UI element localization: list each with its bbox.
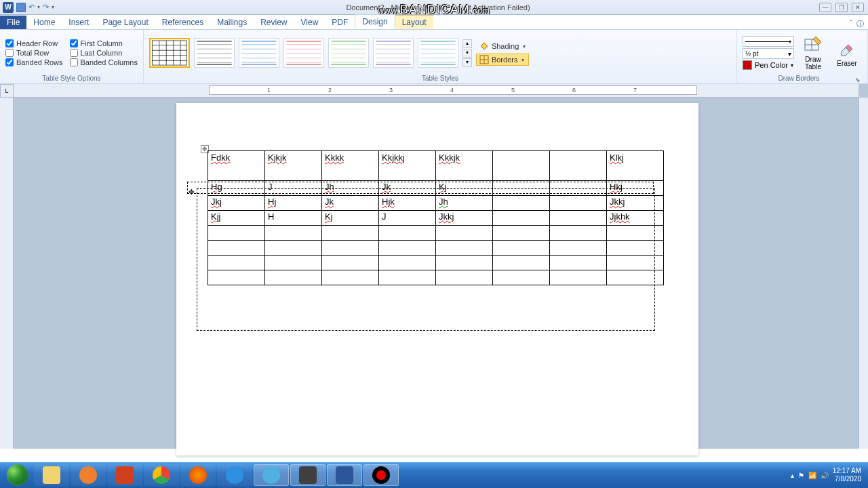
- task-bandicam[interactable]: [363, 464, 399, 486]
- undo-button[interactable]: ↶: [28, 3, 35, 12]
- help-button[interactable]: ⓘ: [856, 19, 864, 29]
- tab-review[interactable]: Review: [254, 16, 294, 29]
- gallery-scroll[interactable]: ▴▾▾: [462, 39, 472, 67]
- table-styles-gallery: ▴▾▾: [149, 38, 472, 68]
- tab-view[interactable]: View: [294, 16, 326, 29]
- table-row: [208, 226, 664, 241]
- table-style-2[interactable]: [194, 38, 235, 68]
- word-app-icon: W: [3, 2, 14, 13]
- check-first-column[interactable]: First Column: [70, 39, 138, 47]
- tab-selector[interactable]: L: [0, 84, 14, 98]
- tray-volume-icon[interactable]: 🔊: [821, 472, 829, 479]
- title-bar: W ↶ ▾ ↷ ▾ Document2 - Microsoft Word (Pr…: [0, 0, 868, 15]
- table-row: [208, 256, 664, 270]
- minimize-button[interactable]: —: [819, 3, 831, 12]
- move-cursor-icon: ✥: [189, 186, 194, 197]
- table-row: [208, 270, 664, 285]
- svg-rect-0: [152, 41, 186, 65]
- draw-borders-dialog-launcher[interactable]: ⬊: [855, 77, 862, 83]
- task-ie[interactable]: [217, 464, 252, 486]
- task-wmp[interactable]: [71, 464, 106, 486]
- tab-insert[interactable]: Insert: [62, 16, 96, 29]
- group-table-style-options: Header Row First Column Total Row Last C…: [0, 30, 144, 83]
- table-row: Fdkk Kjkjk Kkkk Kkjkkj Kkkjk Klkj: [208, 151, 664, 181]
- taskbar: ▴ ⚑ 📶 🔊 12:17 AM 7/8/2020: [0, 462, 868, 488]
- tab-table-layout[interactable]: Layout: [395, 15, 433, 29]
- task-chrome[interactable]: [144, 464, 179, 486]
- group-label-table-styles: Table Styles: [149, 73, 731, 83]
- bucket-icon: [479, 41, 489, 51]
- redo-button[interactable]: ↷: [43, 3, 49, 12]
- task-sublime[interactable]: [290, 464, 326, 486]
- restore-button[interactable]: ❐: [835, 3, 848, 12]
- task-firefox[interactable]: [180, 464, 216, 486]
- line-weight-dropdown[interactable]: ½ pt▾: [743, 48, 794, 59]
- borders-button[interactable]: Borders▾: [476, 54, 529, 66]
- group-table-styles: ▴▾▾ Shading▾ Borders▾ Table Styles: [144, 30, 737, 83]
- page[interactable]: ✥ Fdkk Kjkjk Kkkk Kkjkkj Kkkjk Klkj Hg J…: [176, 103, 698, 455]
- table-style-plain[interactable]: [149, 38, 190, 68]
- minimize-ribbon-button[interactable]: ˇ: [850, 19, 852, 29]
- pen-color-swatch: [743, 60, 752, 70]
- check-last-column[interactable]: Last Column: [70, 49, 138, 57]
- task-powerpoint[interactable]: [107, 464, 142, 486]
- table-row: Kjj H Kj J Jkkj Jjkhk: [208, 211, 664, 226]
- eraser-icon: [837, 39, 856, 58]
- task-edge[interactable]: [254, 464, 289, 486]
- pen-color-button[interactable]: Pen Color▾: [743, 60, 794, 70]
- table-row: [208, 241, 664, 256]
- quick-access-toolbar: W ↶ ▾ ↷ ▾: [0, 2, 57, 13]
- tab-table-design[interactable]: Design: [355, 14, 395, 29]
- tray-action-center-icon[interactable]: ⚑: [798, 472, 804, 479]
- qat-customize[interactable]: ▾: [52, 4, 54, 10]
- tray-network-icon[interactable]: 📶: [808, 472, 816, 479]
- task-word[interactable]: [327, 464, 362, 486]
- task-explorer[interactable]: [34, 464, 69, 486]
- table-row: Jkj Hj Jk Hjk Jh Jkkj: [208, 196, 664, 211]
- ribbon-collapse-help: ˇ ⓘ: [850, 19, 868, 29]
- tab-pdf[interactable]: PDF: [325, 16, 355, 29]
- line-style-dropdown[interactable]: ▾: [743, 36, 794, 47]
- group-draw-borders: ▾ ½ pt▾ Pen Color▾ Draw Table Eraser Dra…: [737, 30, 868, 83]
- table-style-4[interactable]: [283, 38, 324, 68]
- vertical-scrollbar[interactable]: [859, 98, 868, 449]
- check-total-row[interactable]: Total Row: [5, 49, 63, 57]
- ribbon-tabs: File Home Insert Page Layout References …: [0, 15, 868, 30]
- check-banded-rows[interactable]: Banded Rows: [5, 58, 63, 66]
- table-style-7[interactable]: [418, 38, 458, 68]
- check-header-row[interactable]: Header Row: [5, 39, 63, 47]
- draw-table-button[interactable]: Draw Table: [798, 35, 828, 70]
- document-area: L 1 2 3 4 5 6 7 ✥ Fdkk Kjkjk Kkkk Kkjkkj…: [0, 84, 868, 449]
- vertical-ruler[interactable]: [0, 98, 14, 449]
- borders-icon: [479, 55, 489, 64]
- windows-orb-icon: [7, 464, 28, 486]
- group-label-draw-borders: Draw Borders: [743, 73, 855, 83]
- tab-references[interactable]: References: [155, 16, 210, 29]
- document-table[interactable]: Fdkk Kjkjk Kkkk Kkjkkj Kkkjk Klkj Hg J J…: [208, 150, 664, 285]
- shading-button[interactable]: Shading▾: [476, 40, 529, 52]
- horizontal-ruler[interactable]: 1 2 3 4 5 6 7: [14, 84, 859, 98]
- group-label-tso: Table Style Options: [5, 73, 138, 83]
- system-tray: ▴ ⚑ 📶 🔊 12:17 AM 7/8/2020: [791, 467, 865, 483]
- table-style-6[interactable]: [373, 38, 414, 68]
- save-button[interactable]: [16, 3, 26, 12]
- undo-split[interactable]: ▾: [37, 4, 40, 10]
- shading-borders: Shading▾ Borders▾: [476, 40, 529, 66]
- tab-home[interactable]: Home: [26, 16, 62, 29]
- window-title: Document2 - Microsoft Word (Product Acti…: [57, 3, 819, 12]
- tray-clock[interactable]: 12:17 AM 7/8/2020: [833, 467, 861, 483]
- tray-show-hidden[interactable]: ▴: [791, 472, 794, 479]
- table-style-3[interactable]: [239, 38, 279, 68]
- tab-page-layout[interactable]: Page Layout: [96, 16, 155, 29]
- table-style-5[interactable]: [328, 38, 369, 68]
- ribbon: Header Row First Column Total Row Last C…: [0, 30, 868, 84]
- start-button[interactable]: [3, 464, 33, 487]
- close-button[interactable]: ✕: [852, 3, 864, 12]
- eraser-button[interactable]: Eraser: [832, 39, 862, 67]
- tab-mailings[interactable]: Mailings: [210, 16, 254, 29]
- window-controls: — ❐ ✕: [819, 3, 868, 12]
- tab-file[interactable]: File: [0, 16, 26, 29]
- draw-table-icon: [804, 35, 823, 54]
- table-row: Hg J Jh Jk Kj Hkj: [208, 181, 664, 196]
- check-banded-columns[interactable]: Banded Columns: [70, 58, 138, 66]
